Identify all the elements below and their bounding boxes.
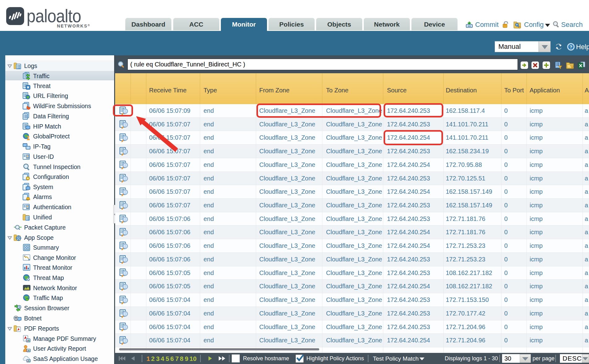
svg-text:?: ? [570, 44, 572, 49]
